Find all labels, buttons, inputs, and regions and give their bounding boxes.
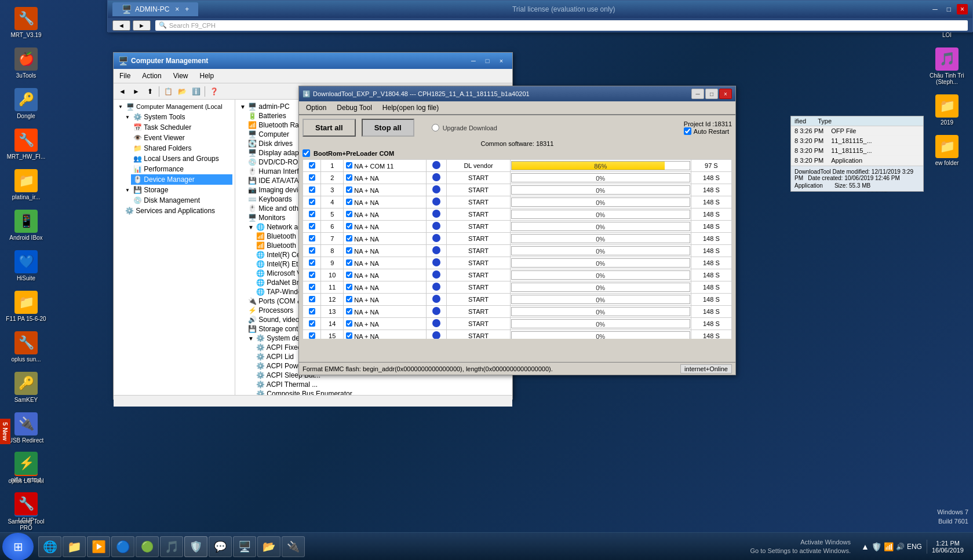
port-checkbox-5[interactable]: [309, 211, 315, 217]
port-checkbox-11[interactable]: [309, 284, 315, 290]
new-notifications-badge[interactable]: 5 New: [0, 419, 10, 444]
desktop-icon-3utools[interactable]: 🍎 3uTools: [2, 45, 50, 81]
stop-all-button[interactable]: Stop all: [362, 119, 414, 137]
port-row-5[interactable]: 5 NA + NA START 0% 148 S: [303, 208, 732, 221]
taskbar-green-icon[interactable]: 🟢: [136, 536, 159, 557]
tree-services[interactable]: ⚙️ Services and Applications: [123, 206, 232, 216]
port-checkbox-13[interactable]: [309, 308, 315, 314]
comp-mgmt-minimize[interactable]: ─: [467, 56, 480, 66]
tray-eng[interactable]: ENG: [907, 543, 922, 551]
port-row-1[interactable]: 1 NA + COM 11 DL vendor 86% 97 S: [303, 160, 732, 172]
port-row-13[interactable]: 13 NA + NA START 0% 148 S: [303, 306, 732, 318]
upgrade-download-radio[interactable]: [432, 124, 439, 131]
taskbar-music-icon[interactable]: 🎵: [160, 536, 183, 557]
port-row-14[interactable]: 14 NA + NA START 0% 148 S: [303, 318, 732, 330]
activate-windows-text[interactable]: Activate Windows Go to Settings to activ…: [750, 538, 851, 555]
toolbar-properties[interactable]: ℹ️: [190, 85, 202, 98]
tray-network[interactable]: 📶: [884, 542, 894, 551]
nav-forward-btn[interactable]: ►: [133, 20, 151, 31]
tray-clock[interactable]: 1:21 PM 16/06/2019: [927, 540, 968, 554]
desktop-icon-oplus[interactable]: 🔧 oplus sun...: [2, 329, 50, 365]
toolbar-forward[interactable]: ►: [130, 85, 143, 98]
taskbar-chrome-icon[interactable]: 🔵: [111, 536, 134, 557]
port-checkbox-1[interactable]: [309, 162, 315, 169]
tree-storage[interactable]: ▼💾 Storage: [123, 185, 232, 195]
browser-tab[interactable]: 🖥️ ADMIN-PC × +: [112, 2, 198, 16]
bootrom-checkbox[interactable]: [303, 149, 310, 157]
desktop-icon-f11[interactable]: 📁 F11 PA 15-6-20: [2, 288, 50, 324]
maximize-btn[interactable]: □: [943, 4, 954, 14]
tree-event-viewer[interactable]: 👁️ Event Viewer: [131, 133, 232, 143]
dl-menu-option[interactable]: Option: [301, 103, 331, 113]
file-list-item[interactable]: 8 3:20 PM 11_181115_...: [791, 146, 923, 156]
desktop-icon-nifla[interactable]: ⚡ nifla - artcut: [2, 449, 50, 485]
tree-performance[interactable]: 📊 Performance: [131, 164, 232, 174]
tree-system-tools[interactable]: ▼⚙️ System Tools: [123, 112, 232, 122]
file-list-item[interactable]: 8 3:20 PM 11_181115_...: [791, 136, 923, 146]
desktop-icon-lgup[interactable]: 🔧 LGUP: [2, 490, 50, 526]
start-button[interactable]: ⊞: [2, 533, 34, 561]
port-checkbox-10[interactable]: [309, 272, 315, 278]
address-bar[interactable]: 🔍 Search F9_CPH: [155, 20, 968, 31]
dl-menu-help[interactable]: Help(open log file): [378, 103, 443, 113]
comp-mgmt-maximize[interactable]: □: [481, 56, 494, 66]
desktop-icon-2019[interactable]: 📁 2019: [923, 92, 971, 128]
menu-help[interactable]: Help: [194, 70, 220, 82]
auto-restart-checkbox[interactable]: [684, 127, 691, 135]
desktop-icon-dongle[interactable]: 🔑 Dongle: [2, 86, 50, 122]
port-checkbox-9[interactable]: [309, 259, 315, 266]
port-checkbox-3[interactable]: [309, 186, 315, 193]
close-btn[interactable]: ×: [957, 4, 968, 14]
toolbar-expand[interactable]: 📂: [176, 85, 188, 98]
port-row-15[interactable]: 15 NA + NA START 0% 148 S: [303, 330, 732, 339]
tree-local-users[interactable]: 👥 Local Users and Groups: [131, 153, 232, 164]
port-row-12[interactable]: 12 NA + NA START 0% 148 S: [303, 294, 732, 306]
port-checkbox-14[interactable]: [309, 320, 315, 327]
desktop-icon-android[interactable]: 📱 Android IBox: [2, 207, 50, 243]
toolbar-back[interactable]: ◄: [116, 85, 129, 98]
dl-minimize-btn[interactable]: ─: [691, 89, 704, 99]
menu-file[interactable]: File: [114, 70, 136, 82]
desktop-icon-mrt-hw[interactable]: 🔧 MRT_HW_FI...: [2, 126, 50, 162]
tray-volume[interactable]: 🔊: [896, 543, 905, 551]
nav-back-btn[interactable]: ◄: [112, 20, 130, 31]
toolbar-show-hide[interactable]: 📋: [162, 85, 174, 98]
dl-maximize-btn[interactable]: □: [705, 89, 718, 99]
tree-task-scheduler[interactable]: 📅 Task Scheduler: [131, 122, 232, 133]
desktop-icon-hisuite[interactable]: 💙 HiSuite: [2, 248, 50, 284]
port-checkbox-7[interactable]: [309, 235, 315, 241]
port-checkbox-15[interactable]: [309, 332, 315, 339]
taskbar-explorer-icon[interactable]: 📁: [63, 536, 86, 557]
file-list-item[interactable]: 8 3:26 PM OFP File: [791, 126, 923, 136]
taskbar-folder2-icon[interactable]: 📂: [257, 536, 280, 557]
toolbar-help[interactable]: ❓: [207, 85, 220, 98]
menu-view[interactable]: View: [167, 70, 194, 82]
port-checkbox-4[interactable]: [309, 199, 315, 205]
desktop-icon-new-folder[interactable]: 📁 ew folder: [923, 133, 971, 169]
port-row-3[interactable]: 3 NA + NA START 0% 148 S: [303, 184, 732, 196]
start-all-button[interactable]: Start all: [303, 119, 356, 137]
desktop-icon-chau[interactable]: 🎵 Châu Tinh Trì (Steph...: [923, 45, 971, 87]
port-row-10[interactable]: 10 NA + NA START 0% 148 S: [303, 269, 732, 281]
tree-root[interactable]: ▼🖥️ Computer Management (Local: [116, 102, 232, 112]
port-row-9[interactable]: 9 NA + NA START 0% 148 S: [303, 257, 732, 269]
taskbar-network-icon[interactable]: 🔌: [282, 536, 305, 557]
tray-antivirus[interactable]: 🛡️: [872, 542, 881, 551]
tree-shared-folders[interactable]: 📁 Shared Folders: [131, 143, 232, 153]
port-row-2[interactable]: 2 NA + NA START 0% 148 S: [303, 172, 732, 184]
toolbar-up[interactable]: ⬆: [144, 85, 156, 98]
device-acpi-thermal[interactable]: ⚙️ ACPI Thermal ...: [254, 380, 510, 389]
port-row-8[interactable]: 8 NA + NA START 0% 148 S: [303, 245, 732, 257]
port-row-4[interactable]: 4 NA + NA START 0% 148 S: [303, 196, 732, 208]
taskbar-antivirus-icon[interactable]: 🛡️: [184, 536, 207, 557]
taskbar-media-icon[interactable]: ▶️: [87, 536, 110, 557]
port-row-7[interactable]: 7 NA + NA START 0% 148 S: [303, 233, 732, 245]
menu-action[interactable]: Action: [136, 70, 167, 82]
port-row-11[interactable]: 11 NA + NA START 0% 148 S: [303, 281, 732, 294]
desktop-icon-platina[interactable]: 📁 platina_ir...: [2, 167, 50, 203]
tray-show-hidden[interactable]: ▲: [861, 542, 869, 551]
taskbar-zalo-icon[interactable]: 💬: [209, 536, 232, 557]
desktop-icon-samkey[interactable]: 🔑 SamKEY: [2, 369, 50, 405]
taskbar-teamviewer-icon[interactable]: 🖥️: [233, 536, 256, 557]
tree-disk-mgmt[interactable]: 💿 Disk Management: [131, 195, 232, 206]
